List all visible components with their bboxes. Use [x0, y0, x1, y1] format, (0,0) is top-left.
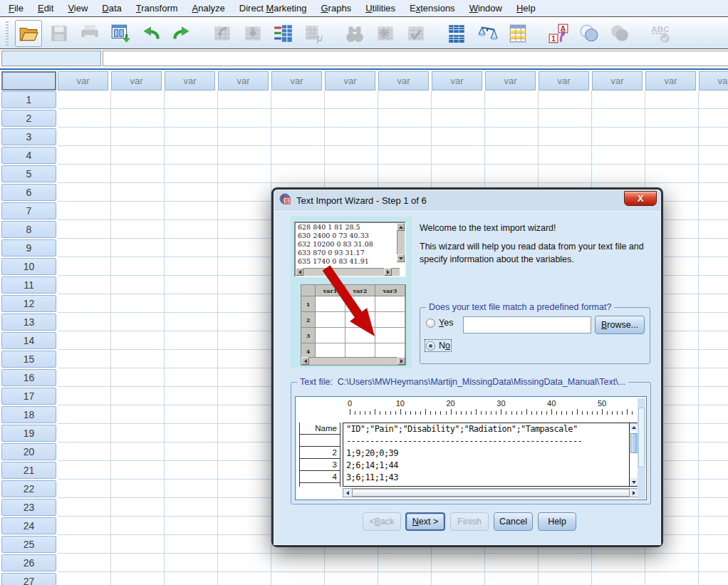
- grid-cell[interactable]: [218, 517, 271, 535]
- grid-cell[interactable]: [325, 165, 378, 183]
- row-header[interactable]: 8: [1, 221, 56, 238]
- grid-cell[interactable]: [58, 442, 111, 461]
- grid-cell[interactable]: [539, 554, 592, 572]
- grid-cell[interactable]: [218, 442, 271, 461]
- row-header[interactable]: 1: [1, 91, 56, 108]
- grid-cell[interactable]: [378, 128, 432, 146]
- grid-cell[interactable]: [111, 128, 165, 146]
- grid-cell[interactable]: [699, 572, 728, 585]
- grid-cell[interactable]: [111, 146, 165, 165]
- grid-cell[interactable]: [485, 165, 539, 183]
- grid-cell[interactable]: [271, 128, 325, 146]
- row-header[interactable]: 15: [1, 351, 56, 368]
- grid-cell[interactable]: [58, 350, 111, 368]
- grid-cell[interactable]: [218, 480, 271, 498]
- column-header[interactable]: var: [432, 71, 482, 90]
- grid-cell[interactable]: [218, 572, 271, 585]
- browse-button[interactable]: Browse...: [595, 316, 645, 334]
- grid-cell[interactable]: [218, 498, 271, 517]
- redo-button[interactable]: [168, 20, 195, 47]
- grid-cell[interactable]: [378, 165, 432, 183]
- grid-cell[interactable]: [165, 517, 218, 535]
- grid-cell[interactable]: [645, 109, 699, 128]
- grid-cell[interactable]: [218, 257, 271, 276]
- grid-cell[interactable]: [485, 572, 539, 585]
- grid-cell[interactable]: [111, 90, 165, 109]
- grid-cell[interactable]: [218, 294, 271, 313]
- grid-cell[interactable]: [58, 535, 111, 554]
- column-header[interactable]: var: [592, 71, 643, 90]
- column-header[interactable]: var: [325, 71, 375, 90]
- column-header[interactable]: var: [111, 71, 162, 90]
- yes-radio-label[interactable]: Yes: [439, 318, 453, 328]
- recall-recently-used-dialogs-button[interactable]: [107, 20, 134, 47]
- grid-cell[interactable]: [432, 90, 485, 109]
- menu-edit[interactable]: Edit: [31, 1, 61, 16]
- grid-cell[interactable]: [111, 294, 165, 313]
- menu-help[interactable]: Help: [509, 1, 543, 16]
- grid-cell[interactable]: [58, 183, 111, 202]
- menu-utilities[interactable]: Utilities: [358, 1, 402, 16]
- grid-cell[interactable]: [378, 554, 432, 572]
- grid-cell[interactable]: [699, 313, 728, 331]
- row-header[interactable]: 6: [1, 184, 56, 201]
- row-header[interactable]: 18: [1, 406, 56, 423]
- grid-cell[interactable]: [218, 128, 271, 146]
- menu-window[interactable]: Window: [462, 1, 509, 16]
- value-labels-button[interactable]: A1: [545, 20, 572, 47]
- preview-hscrollbar[interactable]: [343, 488, 639, 497]
- menu-data[interactable]: Data: [95, 1, 128, 16]
- grid-cell[interactable]: [699, 239, 728, 257]
- grid-cell[interactable]: [699, 424, 728, 442]
- grid-cell[interactable]: [592, 572, 645, 585]
- row-header[interactable]: 17: [1, 388, 56, 405]
- grid-cell[interactable]: [111, 572, 165, 585]
- grid-cell[interactable]: [165, 405, 218, 424]
- grid-cell[interactable]: [592, 146, 645, 165]
- column-header[interactable]: var: [539, 71, 589, 90]
- grid-cell[interactable]: [699, 405, 728, 424]
- grid-cell[interactable]: [325, 128, 378, 146]
- grid-cell[interactable]: [58, 331, 111, 350]
- row-header[interactable]: 4: [1, 147, 56, 164]
- grid-cell[interactable]: [111, 220, 165, 239]
- no-radio[interactable]: [426, 341, 435, 351]
- menu-graphs[interactable]: Graphs: [313, 1, 358, 16]
- help-button[interactable]: Help: [538, 512, 576, 531]
- grid-cell[interactable]: [165, 424, 218, 442]
- row-header[interactable]: 14: [1, 332, 56, 349]
- grid-cell[interactable]: [325, 146, 378, 165]
- yes-radio[interactable]: [426, 319, 435, 328]
- use-variable-sets-button[interactable]: [576, 20, 603, 47]
- split-file-button[interactable]: [443, 20, 470, 47]
- grid-cell[interactable]: [325, 90, 378, 109]
- grid-cell[interactable]: [218, 313, 271, 331]
- grid-cell[interactable]: [699, 90, 728, 109]
- column-header[interactable]: var: [378, 71, 429, 90]
- grid-cell[interactable]: [165, 183, 218, 202]
- grid-cell[interactable]: [58, 498, 111, 517]
- variables-button[interactable]: [270, 20, 297, 47]
- row-header[interactable]: 2: [1, 110, 56, 127]
- column-header[interactable]: var: [271, 71, 322, 90]
- grid-cell[interactable]: [165, 202, 218, 220]
- grid-cell[interactable]: [165, 480, 218, 498]
- grid-cell[interactable]: [218, 109, 271, 128]
- grid-cell[interactable]: [165, 535, 218, 554]
- column-header[interactable]: var: [58, 71, 108, 90]
- grid-cell[interactable]: [218, 405, 271, 424]
- grid-cell[interactable]: [592, 90, 645, 109]
- cell-reference-box[interactable]: [1, 51, 101, 66]
- grid-cell[interactable]: [539, 109, 592, 128]
- grid-cell[interactable]: [218, 368, 271, 387]
- grid-cell[interactable]: [218, 350, 271, 368]
- row-header[interactable]: 26: [1, 554, 56, 571]
- grid-cell[interactable]: [111, 109, 165, 128]
- grid-cell[interactable]: [218, 331, 271, 350]
- grid-cell[interactable]: [485, 128, 539, 146]
- grid-cell[interactable]: [699, 480, 728, 498]
- row-header[interactable]: 10: [1, 258, 56, 275]
- grid-cell[interactable]: [58, 572, 111, 585]
- grid-cell[interactable]: [165, 146, 218, 165]
- grid-cell[interactable]: [165, 498, 218, 517]
